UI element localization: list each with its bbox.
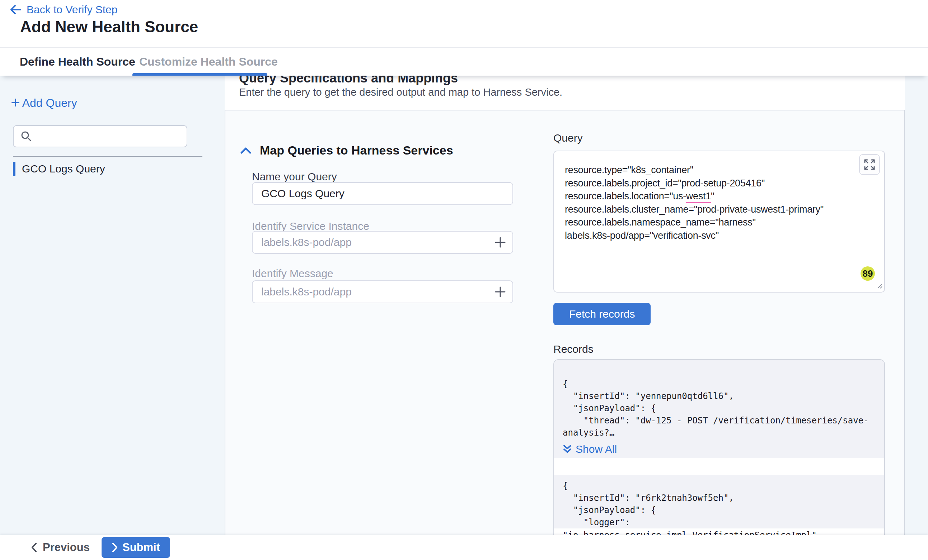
fetch-records-button[interactable]: Fetch records — [553, 303, 650, 325]
add-query-button[interactable]: + Add Query — [11, 96, 77, 110]
add-query-label: Add Query — [22, 96, 77, 110]
double-chevron-down-icon — [563, 444, 572, 455]
show-all-label: Show All — [575, 443, 617, 455]
sidebar-divider — [13, 156, 202, 157]
tab-bar: Define Health Source Customize Health So… — [0, 47, 928, 76]
previous-label: Previous — [43, 541, 90, 554]
query-search-box — [13, 125, 187, 148]
name-query-input[interactable] — [252, 182, 513, 205]
identify-message-input[interactable] — [252, 280, 513, 303]
character-count-badge: 89 — [861, 266, 875, 281]
page-title: Add New Health Source — [20, 18, 198, 36]
query-sidebar: + Add Query GCO Logs Query — [0, 76, 224, 535]
expand-query-button[interactable] — [859, 154, 880, 175]
plus-icon: + — [11, 97, 20, 108]
query-label: Query — [553, 132, 583, 144]
query-textarea[interactable]: resource.type="k8s_container"resource.la… — [553, 151, 885, 292]
resize-handle[interactable] — [876, 282, 883, 291]
header: Back to Verify Step Add New Health Sourc… — [0, 0, 928, 76]
back-link[interactable]: Back to Verify Step — [9, 4, 118, 16]
identify-service-instance-label: Identify Service Instance — [252, 220, 369, 232]
record-item: { "insertId": "yennepun0qtd6ll6", "jsonP… — [554, 360, 884, 458]
chevron-left-icon — [31, 542, 38, 553]
selected-indicator-bar — [13, 162, 15, 176]
tab-define-health-source[interactable]: Define Health Source — [20, 48, 135, 76]
record-json: { "insertId": "yennepun0qtd6ll6", "jsonP… — [563, 378, 876, 439]
submit-label: Submit — [122, 541, 160, 554]
query-item-label: GCO Logs Query — [22, 163, 105, 175]
identify-message-field-wrap — [252, 280, 513, 303]
search-icon — [20, 130, 32, 142]
chevron-right-icon — [111, 542, 118, 553]
section-subheading: Enter the query to get the desired outpu… — [239, 87, 562, 98]
tab-customize-health-source[interactable]: Customize Health Source — [139, 48, 278, 76]
sidebar-item-gco-logs-query[interactable]: GCO Logs Query — [13, 162, 105, 176]
chevron-up-icon[interactable] — [240, 147, 251, 155]
identify-message-label: Identify Message — [252, 268, 333, 280]
query-text: resource.type="k8s_container"resource.la… — [565, 163, 824, 242]
add-message-path-button[interactable] — [494, 285, 507, 298]
show-all-link[interactable]: Show All — [563, 443, 876, 456]
search-input[interactable] — [37, 131, 174, 142]
name-query-label: Name your Query — [252, 170, 337, 183]
active-tab-underline — [133, 73, 267, 76]
back-arrow-icon — [9, 4, 21, 15]
map-queries-title: Map Queries to Harness Services — [260, 143, 453, 157]
submit-button[interactable]: Submit — [102, 537, 170, 558]
records-label: Records — [553, 343, 594, 355]
previous-button[interactable]: Previous — [31, 535, 90, 560]
back-link-label: Back to Verify Step — [27, 4, 118, 16]
record-json: { "insertId": "r6rk2tnah3owf5eh", "jsonP… — [563, 480, 876, 528]
add-health-source-page: Query Specifications and Mappings Enter … — [0, 0, 928, 560]
expand-icon — [864, 159, 875, 170]
record-item: { "insertId": "r6rk2tnah3owf5eh", "jsonP… — [554, 475, 884, 528]
footer-bar: Previous Submit — [0, 535, 928, 560]
identify-service-instance-field-wrap — [252, 231, 513, 254]
query-specifications-panel: Map Queries to Harness Services Name you… — [224, 110, 905, 535]
name-query-field-wrap — [252, 182, 513, 205]
identify-service-instance-input[interactable] — [252, 231, 513, 254]
section-heading-strip: Query Specifications and Mappings Enter … — [224, 76, 905, 110]
map-queries-header: Map Queries to Harness Services — [240, 143, 453, 157]
add-service-instance-path-button[interactable] — [494, 236, 507, 249]
records-container: { "insertId": "yennepun0qtd6ll6", "jsonP… — [553, 359, 885, 536]
